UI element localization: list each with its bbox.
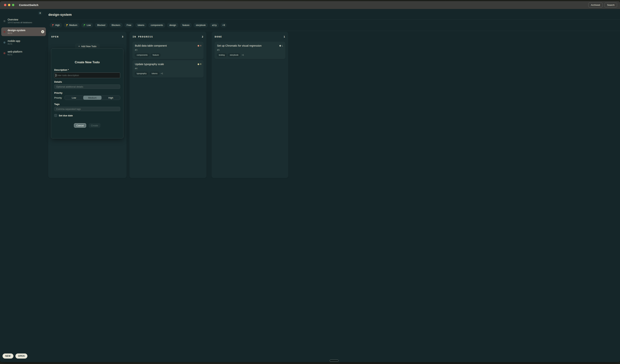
filter-chip-label: High xyxy=(55,24,60,27)
plus-icon: + xyxy=(78,45,80,48)
red-flag-icon xyxy=(52,24,54,27)
filter-chip-label: tokens xyxy=(138,24,144,27)
card-tag: typography xyxy=(135,72,148,75)
filter-chip-label: Free xyxy=(127,24,131,27)
sidebar-item-subtitle: 3·2·1 xyxy=(8,32,25,35)
sidebar-item-subtitle: 6·2·1 xyxy=(8,53,22,56)
traffic-lights xyxy=(4,4,14,6)
column-in-progress: IN PROGRESS 2 Build data table component… xyxy=(129,32,206,178)
create-todo-popover: Create New Todo Description * Details Pr… xyxy=(51,48,124,138)
card-tag: storybook xyxy=(228,53,240,57)
card-title: Build data table component xyxy=(135,44,201,47)
database-count-badge: 3 xyxy=(38,11,42,15)
priority-row-label: Priority xyxy=(54,96,64,99)
page-title: design-system xyxy=(48,13,72,17)
create-button[interactable]: Create xyxy=(89,123,100,128)
yellow-flag-icon xyxy=(66,24,68,27)
card-id: #9 xyxy=(217,49,283,51)
card-id: #4 xyxy=(135,67,201,70)
column-count: 1 xyxy=(283,35,285,38)
todo-card-build-data-table[interactable]: Build data table component H #3 componen… xyxy=(132,42,203,59)
filter-chip-label: components xyxy=(151,24,163,27)
close-window-icon[interactable] xyxy=(4,4,6,6)
filter-chip-label: a11y xyxy=(212,24,217,27)
priority-high-dot-icon xyxy=(198,45,199,46)
zoom-window-icon[interactable] xyxy=(12,4,14,6)
filter-chip-blockers[interactable]: Blockers xyxy=(109,23,123,28)
sidebar-item-mobile-app[interactable]: mobile-app 4·2·1 xyxy=(1,38,46,47)
tags-label: Tags xyxy=(54,103,120,106)
filter-chip-label: design xyxy=(169,24,176,27)
sidebar-item-overview[interactable]: Overview 13·6·3 across all databases xyxy=(1,17,46,25)
form-title: Create New Todo xyxy=(54,61,120,64)
due-date-label: Set due date xyxy=(59,114,73,117)
sidebar-item-design-system[interactable]: design-system 3·2·1 ✕ xyxy=(1,27,46,36)
main-area: design-system High Medium Low Blocked Bl… xyxy=(48,9,310,182)
tags-input[interactable] xyxy=(54,107,120,111)
filter-chip-label: Low xyxy=(87,24,91,27)
priority-low-dot-icon xyxy=(279,45,281,46)
due-date-checkbox[interactable] xyxy=(54,114,57,117)
priority-option-low[interactable]: Low xyxy=(65,96,83,100)
cancel-button[interactable]: Cancel xyxy=(74,123,86,128)
column-count: 2 xyxy=(202,35,203,38)
overview-dot-icon xyxy=(3,20,5,22)
filter-chip-label: storybook xyxy=(196,24,206,27)
sidebar-item-subtitle: 13·6·3 across all databases xyxy=(8,21,32,24)
filter-chip-label: +9 xyxy=(222,24,225,27)
priority-letter: M xyxy=(200,63,201,65)
card-tag: tokens xyxy=(150,72,159,75)
priority-letter: L xyxy=(282,45,283,47)
filter-chip-free[interactable]: Free xyxy=(124,23,134,28)
priority-segmented-control: Low Medium High xyxy=(64,95,120,100)
filter-chip-a11y[interactable]: a11y xyxy=(210,23,219,28)
sidebar: 3 Overview 13·6·3 across all databases d… xyxy=(0,9,48,182)
filter-chip-medium[interactable]: Medium xyxy=(64,23,79,28)
filter-chip-label: feature xyxy=(182,24,189,27)
filter-chip-design[interactable]: design xyxy=(167,23,178,28)
filter-chip-blocked[interactable]: Blocked xyxy=(95,23,108,28)
todo-card-chromatic[interactable]: Set up Chromatic for visual regression L… xyxy=(215,42,285,59)
card-extra-tags: +1 xyxy=(161,72,163,75)
card-tag: testing xyxy=(217,53,226,57)
description-label: Description * xyxy=(54,69,120,71)
design-system-dot-icon xyxy=(3,31,5,33)
sidebar-item-label: Overview xyxy=(8,18,32,21)
minimize-window-icon[interactable] xyxy=(8,4,10,6)
filter-bar: High Medium Low Blocked Blockers Free to… xyxy=(48,19,310,31)
close-database-icon[interactable]: ✕ xyxy=(41,30,44,33)
column-open: OPEN 3 + Add New Todo Create New Todo De… xyxy=(48,32,126,178)
titlebar: ContextSwitch Archived Search xyxy=(0,1,310,9)
priority-label: Priority xyxy=(54,91,120,94)
priority-option-medium[interactable]: Medium xyxy=(83,96,102,100)
filter-chip-label: Medium xyxy=(69,24,77,27)
card-extra-tags: +1 xyxy=(242,54,244,56)
details-input[interactable] xyxy=(54,84,120,89)
sidebar-item-label: mobile-app xyxy=(8,40,20,43)
card-tag: components xyxy=(135,53,149,57)
column-title: IN PROGRESS xyxy=(133,35,153,38)
sidebar-item-label: design-system xyxy=(8,29,25,32)
filter-chip-components[interactable]: components xyxy=(148,23,165,28)
green-flag-icon xyxy=(84,24,86,27)
card-title: Update typography scale xyxy=(135,63,201,66)
filter-chip-low[interactable]: Low xyxy=(81,23,93,28)
filter-chip-storybook[interactable]: storybook xyxy=(193,23,208,28)
column-title: DONE xyxy=(215,35,222,38)
priority-option-high[interactable]: High xyxy=(102,96,120,100)
sidebar-item-web-platform[interactable]: web-platform 6·2·1 xyxy=(1,49,46,58)
app-window: ContextSwitch Archived Search 3 Overview… xyxy=(0,1,310,182)
filter-chip-label: Blockers xyxy=(112,24,120,27)
filter-chip-more[interactable]: +9 xyxy=(221,23,226,28)
filter-chip-high[interactable]: High xyxy=(50,23,62,28)
card-tag: feature xyxy=(151,53,161,57)
column-done: DONE 1 Set up Chromatic for visual regre… xyxy=(212,32,288,178)
description-input[interactable] xyxy=(54,73,120,78)
desktop-background: ContextSwitch Archived Search 3 Overview… xyxy=(0,0,310,182)
app-title: ContextSwitch xyxy=(19,3,38,7)
priority-letter: H xyxy=(200,45,201,47)
todo-card-update-typography[interactable]: Update typography scale M #4 typography … xyxy=(132,60,203,77)
filter-chip-feature[interactable]: feature xyxy=(180,23,192,28)
kanban-board: OPEN 3 + Add New Todo Create New Todo De… xyxy=(48,31,310,182)
filter-chip-tokens[interactable]: tokens xyxy=(135,23,147,28)
